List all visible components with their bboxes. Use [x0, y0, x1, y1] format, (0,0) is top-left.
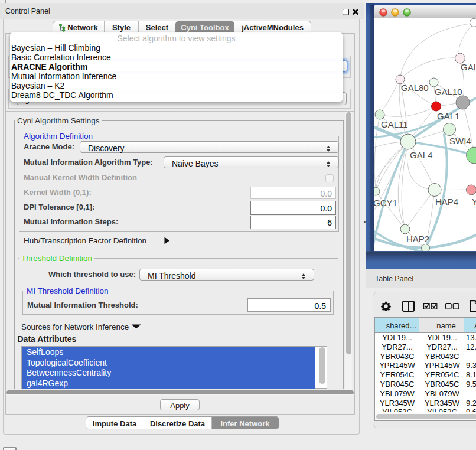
svg-text:GAL: GAL [461, 62, 476, 72]
svg-text:HAP4: HAP4 [435, 197, 458, 207]
svg-text:GAL80: GAL80 [401, 83, 429, 93]
svg-text:SWI4: SWI4 [449, 136, 471, 146]
svg-text:HAP2: HAP2 [406, 234, 429, 244]
svg-text:GAL10: GAL10 [435, 87, 462, 97]
svg-text:GAL1: GAL1 [437, 111, 459, 121]
svg-text:Y: Y [472, 197, 476, 207]
svg-text:GCY1: GCY1 [374, 198, 397, 208]
svg-text:GAL4: GAL4 [410, 150, 432, 160]
svg-text:GAL11: GAL11 [381, 119, 408, 129]
